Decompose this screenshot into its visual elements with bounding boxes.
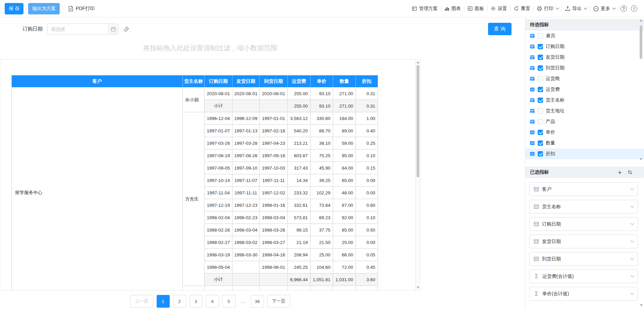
sort-indicators-icon[interactable] bbox=[627, 170, 633, 175]
checkbox[interactable] bbox=[538, 44, 543, 49]
panel-button[interactable]: 面板 bbox=[467, 6, 484, 12]
data-cell bbox=[232, 286, 260, 291]
scroll-down-arrow-icon[interactable] bbox=[640, 304, 643, 306]
pending-item[interactable]: 123单价 bbox=[525, 127, 644, 138]
data-cell: 72.00 bbox=[333, 261, 356, 273]
chart-button[interactable]: 图表 bbox=[444, 6, 461, 12]
indicator-sidebar: 待选指标 雇员订购日期发货日期到货日期运货商123运货费货主名称货主地址产品12… bbox=[525, 17, 644, 309]
reset-button[interactable]: 重置 bbox=[514, 6, 530, 12]
pending-item[interactable]: 货主地址 bbox=[525, 106, 644, 116]
next-page-button[interactable]: 下一页 bbox=[267, 295, 290, 308]
scroll-up-arrow-icon[interactable] bbox=[417, 61, 419, 63]
checkbox[interactable] bbox=[538, 130, 543, 135]
selected-item[interactable]: 到货日期 bbox=[529, 252, 638, 266]
selected-item[interactable]: Σ运货费(合计值) bbox=[529, 269, 638, 283]
numeric-field-icon: 123 bbox=[530, 130, 535, 135]
data-cell: 25.00 bbox=[310, 249, 333, 261]
data-cell: 0.31 bbox=[356, 100, 378, 112]
query-button[interactable]: 查 询 bbox=[488, 23, 512, 35]
prev-page-button[interactable]: 上一页 bbox=[130, 295, 153, 308]
subtotal-label-cell: 小计 bbox=[205, 273, 232, 286]
data-cell: 0.45 bbox=[356, 261, 378, 273]
more-dropdown[interactable]: 更多 bbox=[593, 6, 615, 12]
checkbox[interactable] bbox=[538, 76, 543, 81]
pending-item[interactable]: 订购日期 bbox=[525, 41, 644, 52]
export-dropdown[interactable]: 导出 bbox=[565, 6, 587, 12]
date-input[interactable] bbox=[48, 24, 108, 34]
scroll-down-arrow-icon[interactable] bbox=[640, 158, 642, 160]
manage-plan-label: 管理方案 bbox=[419, 6, 438, 12]
table-vertical-scrollbar[interactable] bbox=[415, 60, 420, 290]
add-indicator-icon[interactable]: + bbox=[618, 169, 622, 176]
pending-item[interactable]: 到货日期 bbox=[525, 63, 644, 73]
filter-dropzone[interactable]: 将指标拖入此处设置强制过滤，缩小数据范围 bbox=[0, 40, 420, 56]
output-plan-button[interactable]: 输出为方案 bbox=[28, 3, 60, 14]
pending-item[interactable]: 123运货费 bbox=[525, 84, 644, 95]
checkbox[interactable] bbox=[538, 33, 543, 39]
data-cell: 1997-04-23 bbox=[260, 137, 288, 149]
info-icon[interactable]: ! bbox=[631, 5, 637, 12]
selected-item[interactable]: 货主名称 bbox=[529, 200, 638, 213]
pending-item[interactable]: 雇员 bbox=[525, 30, 644, 41]
selected-item[interactable]: Σ单价(合计值) bbox=[529, 287, 638, 301]
print-dropdown[interactable]: 打印 bbox=[537, 6, 558, 12]
selected-item-label: 到货日期 bbox=[542, 256, 561, 262]
calendar-icon[interactable] bbox=[108, 24, 118, 34]
page-button-36[interactable]: 36 bbox=[251, 295, 264, 308]
data-cell: 1997-02-18 bbox=[260, 125, 288, 137]
pending-item[interactable]: 123数量 bbox=[525, 138, 644, 148]
dimension-field-icon bbox=[530, 55, 535, 60]
page-button-5[interactable]: 5 bbox=[222, 295, 235, 308]
scroll-up-arrow-icon[interactable] bbox=[640, 19, 642, 21]
toolbar-divider bbox=[441, 6, 441, 11]
pending-item[interactable]: 产品 bbox=[525, 116, 644, 127]
report-table-panel: 客户货主名称订购日期发货日期到货日期运货费单价数量折扣 留学服务中心余小姐202… bbox=[0, 59, 420, 291]
pdf-print-button[interactable]: PDF打印 bbox=[68, 6, 95, 12]
manage-plan-button[interactable]: 管理方案 bbox=[412, 6, 438, 12]
date-picker[interactable] bbox=[47, 23, 118, 35]
data-cell: 573.81 bbox=[288, 211, 311, 224]
pending-item[interactable]: 发货日期 bbox=[525, 52, 644, 63]
data-cell: 1998-06-01 bbox=[260, 261, 288, 273]
checkbox[interactable] bbox=[538, 98, 543, 103]
page-button-1[interactable]: 1 bbox=[157, 295, 170, 308]
checkbox[interactable] bbox=[538, 140, 543, 146]
data-cell: 3,563.12 bbox=[288, 112, 311, 125]
data-cell: 1998-03-26 bbox=[260, 224, 288, 236]
pending-item-label: 订购日期 bbox=[546, 44, 565, 50]
numeric-field-icon: 123 bbox=[530, 140, 535, 146]
table-field-icon bbox=[534, 239, 539, 244]
settings-button[interactable]: 设置 bbox=[490, 6, 507, 12]
pending-scrollbar[interactable] bbox=[639, 19, 643, 160]
settings-label: 设置 bbox=[498, 6, 507, 12]
page-button-4[interactable]: 4 bbox=[206, 295, 219, 308]
dimension-field-icon bbox=[530, 108, 535, 114]
checkbox[interactable] bbox=[538, 65, 543, 71]
pending-item[interactable]: 货主名称 bbox=[525, 95, 644, 106]
scrollbar-thumb[interactable] bbox=[417, 65, 419, 177]
data-cell: 65.00 bbox=[333, 174, 356, 187]
checkbox[interactable] bbox=[538, 55, 543, 60]
chevron-down-icon bbox=[630, 273, 634, 277]
scroll-down-arrow-icon[interactable] bbox=[417, 287, 419, 289]
page-ellipsis[interactable]: ... bbox=[239, 299, 248, 304]
clear-filter-icon[interactable] bbox=[123, 26, 130, 33]
print-label: 打印 bbox=[544, 6, 553, 12]
data-cell: 99.15 bbox=[288, 224, 311, 236]
page-button-2[interactable]: 2 bbox=[173, 295, 186, 308]
page-button-3[interactable]: 3 bbox=[190, 295, 203, 308]
selected-item[interactable]: 客户 bbox=[529, 182, 638, 196]
pending-item[interactable]: 123折扣 bbox=[525, 148, 644, 159]
checkbox[interactable] bbox=[538, 151, 543, 157]
selected-list: 客户货主名称订购日期发货日期到货日期Σ运货费(合计值)Σ单价(合计值) bbox=[525, 178, 644, 301]
scrollbar-thumb[interactable] bbox=[640, 25, 642, 59]
selected-item[interactable]: 发货日期 bbox=[529, 235, 638, 248]
checkbox[interactable] bbox=[538, 108, 543, 114]
help-icon[interactable]: ? bbox=[621, 5, 627, 12]
pending-item[interactable]: 运货商 bbox=[525, 73, 644, 84]
save-button[interactable]: 保 存 bbox=[5, 3, 23, 14]
checkbox[interactable] bbox=[538, 87, 543, 92]
selected-item[interactable]: 订购日期 bbox=[529, 217, 638, 231]
checkbox[interactable] bbox=[538, 119, 543, 124]
column-header: 折扣 bbox=[356, 75, 378, 87]
